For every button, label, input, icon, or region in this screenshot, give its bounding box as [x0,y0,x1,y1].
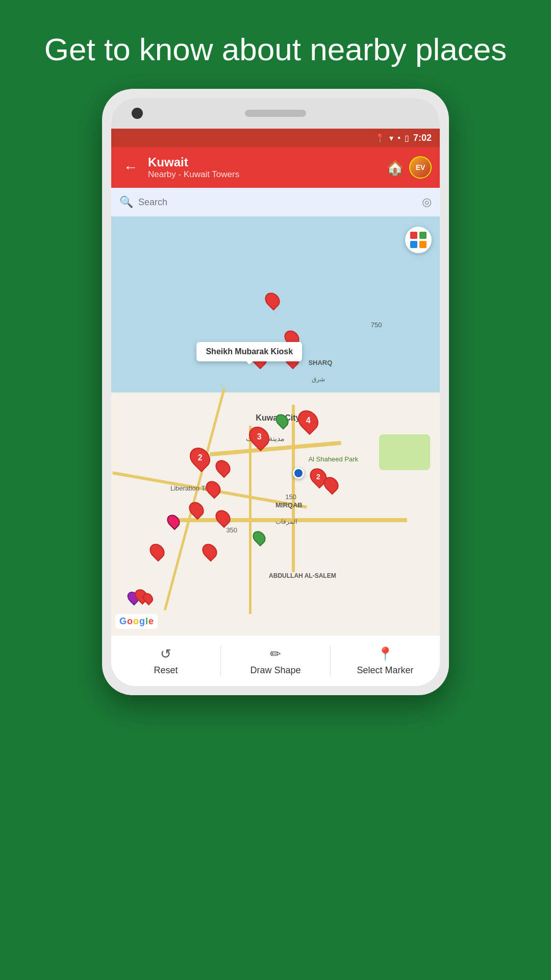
marker-p1[interactable] [168,514,179,528]
marker-r6[interactable] [190,501,203,518]
map-tooltip: Sheikh Mubarak Kiosk [196,342,302,361]
mirqab-label: MIRQAB [276,501,303,509]
mirqab-arabic: المرقاب [276,518,297,525]
search-bar: 🔍 ◎ [111,188,440,216]
park-area [379,434,430,470]
num-750: 750 [371,321,382,329]
num-150: 150 [285,493,296,501]
google-g: G [119,616,127,627]
marker-r7[interactable] [216,509,230,526]
sharq-arabic: شرق [312,376,325,383]
reset-label: Reset [154,665,178,676]
speaker-bar [245,110,306,117]
bottom-toolbar: ↺ Reset ✏ Draw Shape 📍 Select Marker [111,635,440,686]
grid-dot-4 [419,241,427,248]
tagline: Get to know about nearby places [4,0,547,89]
signal-status-icon: ▪ [397,133,400,142]
marker-g1[interactable] [277,413,288,428]
marker-b1-dot [293,468,304,479]
home-button[interactable]: 🏠 [386,159,404,176]
marker-3[interactable]: 3 [250,426,268,448]
marker-r1[interactable] [266,292,279,308]
marker-4[interactable]: 4 [299,409,317,432]
google-maps-attribution: G o o g l e [115,614,158,629]
phone-hardware-bar [111,98,440,129]
google-e: e [148,616,154,627]
marker-r8[interactable] [203,543,216,559]
map-land [111,393,440,635]
draw-shape-label: Draw Shape [250,665,300,676]
road-5 [249,426,252,614]
marker-r10[interactable] [324,476,338,493]
select-marker-icon: 📍 [377,646,393,662]
camera-dot [132,108,143,119]
draw-shape-button[interactable]: ✏ Draw Shape [221,641,330,681]
sharq-label: SHARQ [308,359,332,366]
marker-num-4: 4 [306,416,311,425]
grid-dot-3 [410,241,417,248]
marker-g2[interactable] [254,530,265,545]
search-icon: 🔍 [119,195,133,209]
al-shaheed-label: Al Shaheed Park [308,455,358,463]
search-input[interactable] [138,197,417,208]
select-marker-button[interactable]: 📍 Select Marker [331,641,440,681]
marker-r4[interactable] [216,459,230,476]
back-button[interactable]: ← [119,155,142,180]
num-350: 350 [226,526,237,534]
reset-button[interactable]: ↺ Reset [111,641,220,681]
wifi-status-icon: ▾ [389,133,393,143]
google-o1: o [127,616,133,627]
phone-frame: 📍 ▾ ▪ ▯ 7:02 ← Kuwait Nearby - Kuwait To… [102,89,449,695]
grid-dot-1 [410,232,417,239]
marker-b1[interactable] [293,468,304,479]
gps-icon[interactable]: ◎ [422,195,432,209]
app-bar: ← Kuwait Nearby - Kuwait Towers 🏠 EV [111,147,440,188]
marker-r9[interactable] [151,543,164,559]
app-bar-subtitle: Nearby - Kuwait Towers [148,169,380,180]
abdullah-label: ABDULLAH AL-SALEM [269,572,336,579]
select-marker-label: Select Marker [357,665,413,676]
marker-num-3: 3 [257,432,261,442]
app-bar-actions: 🏠 EV [386,156,432,179]
draw-icon: ✏ [270,646,281,662]
app-bar-city: Kuwait [148,155,380,169]
marker-num-2: 2 [197,453,202,462]
location-status-icon: 📍 [375,133,385,143]
map-layers-button[interactable] [405,227,432,253]
ev-badge[interactable]: EV [409,156,432,179]
reset-icon: ↺ [160,646,171,662]
google-o2: o [133,616,139,627]
status-time: 7:02 [413,133,432,143]
google-l: l [145,616,148,627]
app-bar-title: Kuwait Nearby - Kuwait Towers [148,155,380,180]
google-g2: g [139,616,145,627]
grid-dot-2 [419,232,427,239]
map-view[interactable]: Sheikh Mubarak Kiosk 3 2 4 2 [111,216,440,635]
marker-r5[interactable] [207,480,220,497]
marker-num-2b: 2 [316,473,320,481]
marker-2[interactable]: 2 [191,447,209,469]
status-bar: 📍 ▾ ▪ ▯ 7:02 [111,129,440,147]
road-4 [292,405,295,572]
battery-status-icon: ▯ [405,133,409,143]
